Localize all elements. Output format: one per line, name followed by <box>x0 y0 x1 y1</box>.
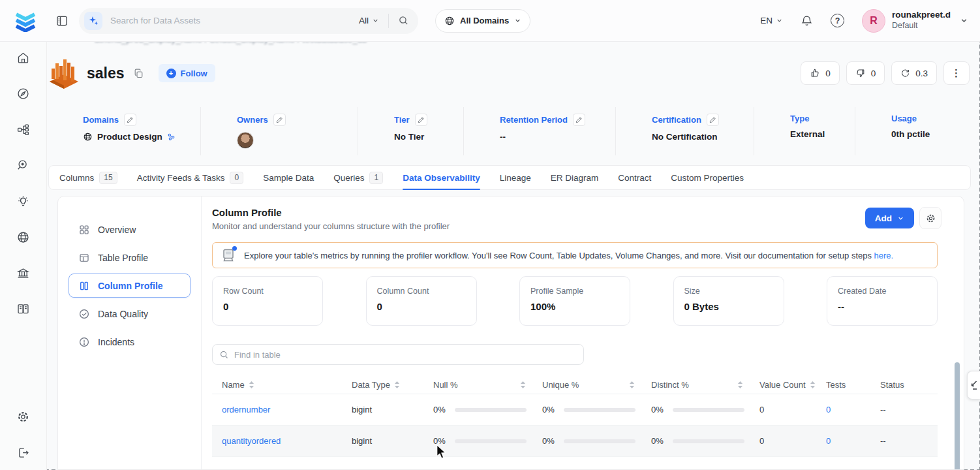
user-menu[interactable]: rounakpreet.d Default <box>892 10 951 31</box>
collate-logo-icon[interactable] <box>13 9 38 33</box>
edit-pencil-icon[interactable] <box>273 114 286 126</box>
profiler-nav: Overview Table Profile Column Profile Da… <box>58 196 202 469</box>
edit-pencil-icon[interactable] <box>124 114 136 126</box>
settings-gear-icon[interactable] <box>16 410 30 424</box>
col-header-unique[interactable]: Unique % <box>532 380 641 390</box>
tests-link[interactable]: 0 <box>826 467 831 470</box>
nav-table-profile[interactable]: Table Profile <box>69 245 191 270</box>
search-scope-label: All <box>359 16 369 25</box>
nav-overview[interactable]: Overview <box>69 217 191 242</box>
search-scope-dropdown[interactable]: All <box>359 16 379 25</box>
chevron-down-icon <box>776 17 783 24</box>
table-row: quantityordered bigint 0% 0% 0% 0 0 -- <box>212 426 938 457</box>
unique-progress-bar <box>564 439 635 443</box>
tab-sample-data[interactable]: Sample Data <box>263 165 314 190</box>
version-button[interactable]: 0.3 <box>891 61 937 85</box>
docs-link[interactable]: here. <box>874 251 894 260</box>
athena-table-icon <box>47 57 81 89</box>
edit-pencil-icon[interactable] <box>573 114 585 126</box>
tab-contract[interactable]: Contract <box>618 165 651 190</box>
tab-lineage[interactable]: Lineage <box>500 165 531 190</box>
tab-custom-properties[interactable]: Custom Properties <box>671 165 744 190</box>
distinct-progress-bar <box>673 439 744 443</box>
all-domains-label: All Domains <box>460 16 509 25</box>
stat-column-count: Column Count0 <box>366 276 477 326</box>
tab-queries[interactable]: Queries1 <box>333 165 383 190</box>
col-header-value-count[interactable]: Value Count <box>750 380 816 390</box>
stat-size: Size0 Bytes <box>673 276 784 326</box>
global-search: All <box>79 8 418 34</box>
notifications-bell-icon[interactable] <box>801 14 813 27</box>
meta-owners: Owners <box>200 107 358 155</box>
globe-icon[interactable] <box>16 230 30 244</box>
search-icon[interactable] <box>398 15 409 26</box>
panel-subtitle: Monitor and understand your columns stru… <box>212 221 938 231</box>
explore-compass-icon[interactable] <box>16 87 30 101</box>
column-name-link[interactable]: quantityordered <box>222 436 281 446</box>
follow-button[interactable]: + Follow <box>159 64 215 82</box>
column-profile-panel: Column Profile Monitor and understand yo… <box>202 196 964 469</box>
col-header-name[interactable]: Name <box>212 380 342 390</box>
discovery-search-icon[interactable] <box>16 159 30 172</box>
entity-tabs: Columns15 Activity Feeds & Tasks0 Sample… <box>48 165 971 190</box>
col-header-null[interactable]: Null % <box>423 380 532 390</box>
copy-icon[interactable] <box>133 68 144 79</box>
stat-row-count: Row Count0 <box>212 276 323 326</box>
panel-scrollbar[interactable] <box>955 362 960 470</box>
tab-columns[interactable]: Columns15 <box>59 165 117 190</box>
meta-tier: Tier No Tier <box>358 107 463 155</box>
nav-data-quality[interactable]: Data Quality <box>69 302 191 326</box>
user-menu-chevron-icon[interactable] <box>960 16 968 25</box>
columns-icon <box>78 280 90 292</box>
edit-pencil-icon[interactable] <box>707 114 719 126</box>
tab-activity-feeds[interactable]: Activity Feeds & Tasks0 <box>137 165 243 190</box>
governance-bank-icon[interactable] <box>16 266 30 280</box>
banner-message: Explore your table's metrics by running … <box>244 251 872 260</box>
page-title: sales <box>87 65 125 82</box>
help-icon[interactable]: ? <box>831 14 844 27</box>
sitemap-icon[interactable] <box>16 123 30 136</box>
user-avatar[interactable]: R <box>862 9 885 33</box>
chevron-down-icon <box>372 17 379 24</box>
all-domains-dropdown[interactable]: All Domains <box>435 9 530 33</box>
tests-link[interactable]: 0 <box>826 405 831 415</box>
nav-incidents[interactable]: Incidents <box>69 330 191 354</box>
search-input[interactable] <box>110 16 359 25</box>
tests-link[interactable]: 0 <box>826 436 831 446</box>
side-panel-handle[interactable] <box>967 371 980 400</box>
user-team: Default <box>892 21 951 31</box>
more-options-button[interactable]: ⋮ <box>943 61 970 85</box>
profiler-icon <box>221 247 236 263</box>
col-header-distinct[interactable]: Distinct % <box>641 380 750 390</box>
user-name: rounakpreet.d <box>892 10 951 21</box>
add-button[interactable]: Add <box>865 208 914 228</box>
table-row: ordernumber bigint 0% 0% 0% 0 0 -- <box>212 394 938 426</box>
sort-icon <box>629 381 635 389</box>
sidebar-toggle-icon[interactable] <box>55 14 69 27</box>
upvote-button[interactable]: 0 <box>801 61 840 85</box>
glossary-book-icon[interactable] <box>16 302 30 316</box>
ai-sparkle-icon[interactable] <box>84 12 102 30</box>
logout-icon[interactable] <box>16 446 30 460</box>
find-in-table-input[interactable] <box>234 350 577 360</box>
thumbs-down-icon <box>855 68 866 78</box>
meta-usage: Usage 0th pctile <box>855 107 980 155</box>
sort-icon <box>737 381 743 389</box>
lightbulb-icon[interactable] <box>16 195 30 208</box>
language-dropdown[interactable]: EN <box>760 16 783 25</box>
meta-certification: Certification No Certification <box>615 107 754 155</box>
column-name-link[interactable]: ordernumber <box>222 405 270 415</box>
home-icon[interactable] <box>16 51 30 65</box>
owner-avatar[interactable] <box>237 132 254 149</box>
tab-data-observability[interactable]: Data Observability <box>403 165 480 190</box>
edit-pencil-icon[interactable] <box>415 114 427 126</box>
chevron-down-icon <box>514 17 521 24</box>
entity-header: sales + Follow 0 0 <box>47 56 980 90</box>
downvote-button[interactable]: 0 <box>846 61 885 85</box>
col-header-data-type[interactable]: Data Type <box>342 380 423 390</box>
nav-column-profile[interactable]: Column Profile <box>69 274 191 298</box>
check-circle-icon <box>78 308 90 320</box>
unique-progress-bar <box>564 408 635 412</box>
tab-er-diagram[interactable]: ER Diagram <box>551 165 599 190</box>
profiler-settings-button[interactable] <box>919 207 942 229</box>
